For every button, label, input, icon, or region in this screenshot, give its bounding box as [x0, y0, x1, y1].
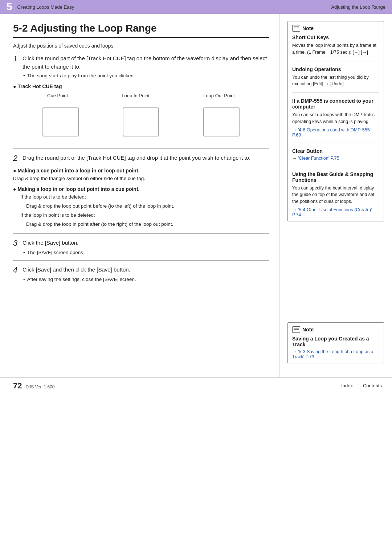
dmp-link-prefix: → '4-6 Operations used with DMP-555' P.6… — [292, 127, 379, 138]
step-2-header: 2 Drag the round part of the [Track Hot … — [13, 154, 269, 163]
cue-label-1: Loop In Point — [122, 93, 150, 98]
step-3-header: 3 Click the [Save] button. — [13, 239, 269, 248]
divider-3 — [13, 260, 269, 261]
footer-left: 72 DJS Ver. 1.600 — [13, 381, 55, 391]
diagram-box-3 — [203, 107, 240, 136]
note-box-1: Note Short Cut Keys Moves the loop in/ou… — [287, 21, 384, 221]
making-loop-sub1-label: If the loop out is to be deleted: — [20, 193, 269, 201]
step-1-num: 1 — [13, 54, 20, 63]
save-loop-link[interactable]: '5-3 Saving the Length of a Loop as a Tr… — [292, 349, 373, 359]
step-4: 4 Click [Save] and then click the [Save]… — [13, 266, 269, 282]
step-3-text: Click the [Save] button. — [23, 239, 78, 247]
page-number: 72 — [13, 381, 22, 391]
cue-label-0: Cue Point — [47, 93, 68, 98]
save-loop-title: Saving a Loop you Created as a Track — [292, 336, 379, 347]
header-left: 5 Creating Loops Made Easy — [7, 2, 74, 12]
making-cue-section: Making a cue point into a loop in or loo… — [13, 168, 269, 183]
note-heading-1: Note — [302, 25, 314, 31]
right-divider-3 — [292, 143, 379, 143]
cue-label-2: Loop Out Point — [203, 93, 235, 98]
step-2-num: 2 — [13, 154, 20, 163]
step-4-bullet-0: After saving the settings, close the [SA… — [23, 277, 269, 282]
save-loop-link-prefix: → '5-3 Saving the Length of a Loop as a … — [292, 349, 379, 359]
shortcut-body: Moves the loop in/out points by a frame … — [292, 42, 379, 56]
undo-body: You can undo the last thing you did by e… — [292, 74, 379, 88]
section-heading: 5-2 Adjusting the Loop Range — [13, 23, 269, 38]
step-3: 3 Click the [Save] button. The [SAVE] sc… — [13, 239, 269, 255]
note-box-2: Note Saving a Loop you Created as a Trac… — [287, 322, 384, 363]
clear-link-prefix: → 'Clear Function' P.75 — [292, 156, 379, 161]
header-right-title: Adjusting the Loop Range — [331, 4, 385, 10]
main-layout: 5-2 Adjusting the Loop Range Adjust the … — [0, 14, 392, 377]
step-3-num: 3 — [13, 239, 20, 248]
footer-contents-link[interactable]: Contents — [363, 383, 382, 388]
making-cue-title: Making a cue point into a loop in or loo… — [13, 168, 269, 174]
step-4-num: 4 — [13, 266, 20, 274]
undo-title: Undoing Operations — [292, 66, 379, 72]
note-icon-2 — [292, 326, 300, 333]
step-1: 1 Click the round part of the [Track Hot… — [13, 54, 269, 78]
step-4-text: Click [Save] and then click the [Save] b… — [23, 266, 130, 274]
footer-right: Index Contents — [341, 383, 382, 388]
note-icon-1 — [292, 25, 300, 32]
clear-title: Clear Button — [292, 148, 379, 154]
beat-body: You can specify the beat interval, displ… — [292, 185, 379, 205]
diagram-box-2 — [123, 107, 159, 136]
right-divider-2 — [292, 93, 379, 93]
making-loop-sub1-body: Drag & drop the loop out point before (t… — [26, 203, 269, 210]
making-cue-body: Drag & drop the triangle symbol on eithe… — [13, 175, 269, 183]
section-num: 5-2 — [13, 23, 28, 34]
right-spacer — [287, 228, 384, 322]
header-bar: 5 Creating Loops Made Easy Adjusting the… — [0, 0, 392, 14]
step-2-text: Drag the round part of the [Track Hot CU… — [23, 154, 250, 162]
step-1-text: Click the round part of the [Track Hot C… — [23, 54, 269, 71]
right-divider-1 — [292, 61, 379, 61]
making-loop-section: Making a loop in or loop out point into … — [13, 186, 269, 228]
intro-text: Adjust the positions of saved cues and l… — [13, 43, 269, 49]
beat-link[interactable]: '5-4 Other Useful Functions (Create)' P.… — [292, 207, 372, 217]
dmp-title: If a DMP-555 is connected to your comput… — [292, 98, 379, 110]
making-loop-title: Making a loop in or loop out point into … — [13, 186, 269, 192]
left-column: 5-2 Adjusting the Loop Range Adjust the … — [0, 14, 279, 377]
chapter-number: 5 — [7, 2, 12, 12]
footer-index-link[interactable]: Index — [341, 383, 353, 388]
shortcut-title: Short Cut Keys — [292, 34, 379, 40]
divider-2 — [13, 233, 269, 234]
diagram-area — [13, 102, 269, 142]
step-3-bullet-0: The [SAVE] screen opens. — [23, 250, 269, 255]
section-title: Adjusting the Loop Range — [30, 23, 156, 34]
track-cue-label: Track Hot CUE tag — [13, 83, 269, 89]
beat-link-prefix: → '5-4 Other Useful Functions (Create)' … — [292, 207, 379, 217]
right-column: Note Short Cut Keys Moves the loop in/ou… — [279, 14, 392, 377]
right-divider-4 — [292, 166, 379, 166]
header-left-title: Creating Loops Made Easy — [17, 4, 74, 10]
footer-version: DJS Ver. 1.600 — [25, 384, 54, 389]
divider-1 — [13, 148, 269, 149]
footer: 72 DJS Ver. 1.600 Index Contents — [0, 377, 392, 394]
beat-title: Using the Beat Guide & Snapping Function… — [292, 171, 379, 183]
diagram-box-1 — [42, 107, 79, 136]
note-heading-2: Note — [302, 327, 314, 332]
clear-link[interactable]: 'Clear Function' P.75 — [298, 156, 339, 161]
cue-labels-row: Cue Point Loop In Point Loop Out Point — [13, 93, 269, 98]
step-4-header: 4 Click [Save] and then click the [Save]… — [13, 266, 269, 274]
note-title-row-1: Note — [292, 25, 379, 32]
step-1-header: 1 Click the round part of the [Track Hot… — [13, 54, 269, 71]
step-1-bullet-0: The song starts to play from the point y… — [23, 73, 269, 78]
step-2: 2 Drag the round part of the [Track Hot … — [13, 154, 269, 163]
making-loop-sub2-label: If the loop in point is to be deleted: — [20, 212, 269, 219]
dmp-link[interactable]: '4-6 Operations used with DMP-555' P.68 — [292, 127, 371, 138]
dmp-body: You can set up loops with the DMP-555's … — [292, 111, 379, 125]
note-title-row-2: Note — [292, 326, 379, 333]
track-cue-section: Track Hot CUE tag Cue Point Loop In Poin… — [13, 83, 269, 142]
making-loop-sub2-body: Drag & drop the loop in point after (to … — [26, 221, 269, 228]
